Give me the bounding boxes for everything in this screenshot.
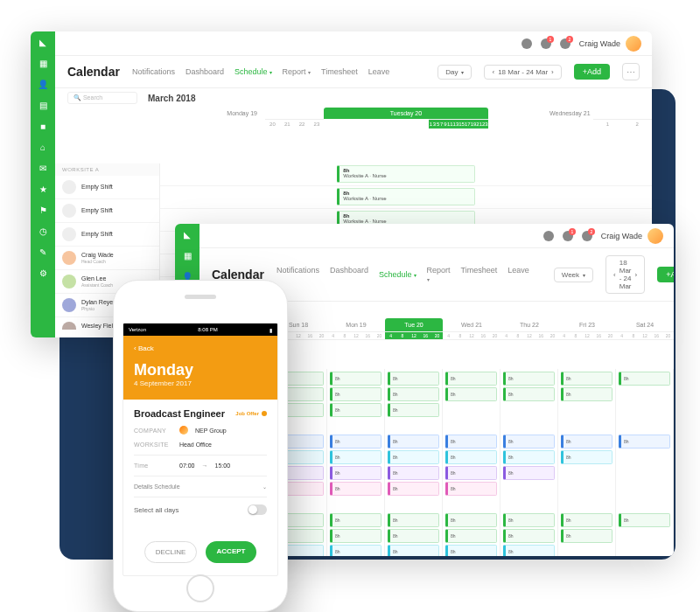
shift-chip[interactable]: 8h [561, 372, 612, 386]
shift-chip[interactable]: 8h [388, 403, 439, 417]
shift-chip[interactable]: 8h [561, 450, 612, 464]
shift-chip[interactable]: 8h [388, 482, 439, 496]
date-range-picker[interactable]: ‹18 Mar - 24 Mar› [606, 255, 645, 294]
nav-briefcase-icon[interactable]: ■ [38, 121, 48, 131]
shift-chip[interactable]: 8h [330, 387, 382, 401]
shift-chip[interactable]: 8h [388, 372, 439, 386]
nav-settings-icon[interactable]: ⚙ [38, 268, 48, 278]
shift-chip[interactable]: 8h [330, 450, 382, 464]
nav-user-icon[interactable]: 👤 [38, 79, 48, 89]
nav-doc-icon[interactable]: ▤ [38, 100, 48, 110]
shift-chip[interactable]: 8h [561, 387, 612, 401]
shift-chip[interactable]: 8h [503, 466, 555, 480]
shift-chip[interactable]: 8h [445, 435, 497, 449]
shift-chip[interactable]: 8h [445, 372, 497, 386]
shift-chip[interactable]: 8h [445, 466, 497, 480]
shift-chip[interactable]: 8h [388, 435, 439, 449]
tab-timesheet[interactable]: Timesheet [461, 266, 498, 283]
shift-chip[interactable]: 8h [503, 545, 555, 556]
shift-chip[interactable]: 8h [388, 450, 439, 464]
tab-leave[interactable]: Leave [508, 266, 529, 283]
shift-chip[interactable]: 8h [503, 529, 555, 543]
tab-notifications[interactable]: Notifications [132, 67, 175, 76]
shift-chip[interactable]: 8h [445, 529, 497, 543]
nav-star-icon[interactable]: ★ [38, 184, 48, 194]
shift-chip[interactable]: 8h [503, 387, 555, 401]
tab-report[interactable]: Report ▾ [427, 266, 451, 283]
bell-icon[interactable]: 2 [582, 231, 592, 241]
nav-clock-icon[interactable]: ◷ [38, 226, 48, 236]
nav-edit-icon[interactable]: ✎ [38, 247, 48, 257]
decline-button[interactable]: DECLINE [144, 541, 197, 563]
accept-button[interactable]: ACCEPT [206, 541, 256, 563]
shift-chip[interactable]: 8h [388, 513, 439, 527]
shift-chip[interactable]: 8h [503, 513, 555, 527]
logo-icon[interactable]: ◣ [182, 229, 192, 240]
nav-home-icon[interactable]: ⌂ [38, 142, 48, 152]
shift-chip[interactable]: 8h [330, 403, 382, 417]
add-button[interactable]: +Add [574, 64, 610, 80]
mail-icon[interactable]: 1 [541, 38, 551, 49]
shift-chip[interactable]: 8h [330, 529, 382, 543]
shift-chip[interactable]: 8h [445, 482, 497, 496]
tab-dashboard[interactable]: Dashboard [186, 67, 224, 76]
help-icon[interactable] [522, 38, 532, 49]
shift-block[interactable]: 8hWorksite A · Nurse [337, 165, 474, 183]
shift-chip[interactable]: 8h [503, 435, 555, 449]
shift-chip[interactable]: 8h [619, 372, 670, 386]
back-button[interactable]: ‹ Back [134, 344, 267, 352]
shift-chip[interactable]: 8h [388, 529, 439, 543]
shift-chip[interactable]: 8h [445, 450, 497, 464]
nav-chat-icon[interactable]: ✉ [38, 163, 48, 173]
shift-chip[interactable]: 8h [619, 513, 670, 527]
shift-chip[interactable]: 8h [619, 435, 670, 449]
shift-chip[interactable]: 8h [330, 372, 382, 386]
shift-chip[interactable]: 8h [388, 545, 439, 556]
shift-chip[interactable]: 8h [445, 545, 497, 556]
tab-schedule[interactable]: Schedule▾ [234, 67, 272, 76]
logo-icon[interactable]: ◣ [38, 37, 48, 47]
shift-chip[interactable]: 8h [561, 529, 612, 543]
tab-timesheet[interactable]: Timesheet [321, 67, 358, 76]
shift-chip[interactable]: 8h [561, 435, 612, 449]
tab-notifications[interactable]: Notifications [276, 266, 319, 283]
shift-chip[interactable]: 8h [330, 513, 382, 527]
shift-block[interactable]: 8hWorksite A · Nurse [337, 188, 474, 205]
date-range-picker[interactable]: ‹18 Mar - 24 Mar› [484, 65, 561, 80]
shift-chip[interactable]: 8h [330, 466, 382, 480]
list-item[interactable]: Empty Shift [55, 176, 159, 199]
list-item[interactable]: Empty Shift [55, 199, 159, 223]
tab-dashboard[interactable]: Dashboard [330, 266, 368, 283]
bell-icon[interactable]: 2 [560, 38, 570, 49]
week-column: 8h8h8h [616, 369, 674, 556]
nav-tag-icon[interactable]: ⚑ [38, 205, 48, 215]
add-button[interactable]: +Add [657, 267, 674, 282]
details-schedule-row[interactable]: Details Schedule⌄ [134, 483, 267, 490]
shift-chip[interactable]: 8h [330, 435, 382, 449]
list-item[interactable]: Empty Shift [55, 223, 159, 247]
user-menu[interactable]: Craig Wade [601, 228, 663, 244]
list-item[interactable]: Craig WadeHead Coach [55, 247, 159, 270]
tab-leave[interactable]: Leave [368, 67, 390, 76]
mail-icon[interactable]: 1 [563, 231, 573, 241]
more-button[interactable]: ⋯ [622, 63, 640, 80]
search-input[interactable]: 🔍 Search [67, 92, 137, 104]
shift-chip[interactable]: 8h [445, 513, 497, 527]
view-period-select[interactable]: Week▾ [554, 268, 593, 282]
nav-grid-icon[interactable]: ▦ [38, 58, 48, 68]
shift-chip[interactable]: 8h [330, 482, 382, 496]
shift-chip[interactable]: 8h [388, 466, 439, 480]
nav-grid-icon[interactable]: ▦ [182, 250, 192, 261]
help-icon[interactable] [543, 231, 554, 241]
tab-schedule[interactable]: Schedule▾ [379, 266, 416, 283]
shift-chip[interactable]: 8h [445, 387, 497, 401]
toggle-switch[interactable] [248, 504, 267, 515]
shift-chip[interactable]: 8h [330, 545, 382, 556]
shift-chip[interactable]: 8h [561, 513, 612, 527]
tab-report[interactable]: Report ▾ [283, 67, 312, 76]
view-period-select[interactable]: Day▾ [438, 65, 472, 80]
user-menu[interactable]: Craig Wade [579, 36, 641, 52]
shift-chip[interactable]: 8h [388, 387, 439, 401]
shift-chip[interactable]: 8h [503, 450, 555, 464]
shift-chip[interactable]: 8h [503, 372, 555, 386]
